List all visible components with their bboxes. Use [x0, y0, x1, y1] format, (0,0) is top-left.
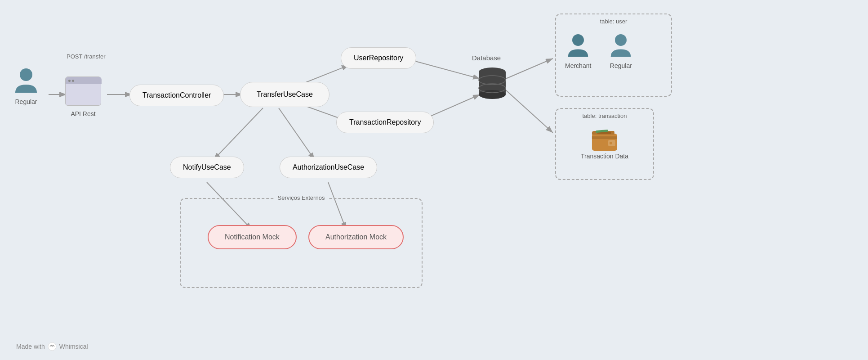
table-transaction-label: table: transaction	[582, 112, 627, 119]
merchant-label: Merchant	[565, 62, 591, 69]
user-repository-pill: UserRepository	[341, 47, 416, 69]
svg-line-9	[506, 90, 553, 133]
regular-user-node: Regular	[13, 67, 39, 105]
authorization-mock-pill: Authorization Mock	[308, 225, 404, 249]
database-node	[476, 67, 508, 104]
authorization-usecase-node: AuthorizationUseCase	[280, 157, 377, 178]
database-label: Database	[472, 54, 501, 62]
database-icon	[476, 67, 508, 103]
footer: Made with Whimsical	[16, 342, 88, 351]
regular2-label: Regular	[610, 62, 632, 69]
api-rest-label: API Rest	[71, 110, 95, 117]
transaction-controller-pill: TransactionController	[129, 85, 224, 106]
diagram-container: POST /transfer Regular API Rest Tra	[0, 0, 868, 360]
svg-line-6	[414, 61, 480, 79]
arrows-svg	[0, 0, 868, 360]
svg-point-25	[610, 142, 612, 144]
regular2-icon	[609, 32, 632, 59]
merchant-icon	[566, 32, 590, 59]
svg-line-10	[214, 108, 263, 160]
transaction-controller-text: TransactionController	[142, 91, 211, 99]
notify-usecase-text: NotifyUseCase	[183, 163, 231, 171]
transaction-repository-pill: TransactionRepository	[336, 112, 434, 133]
authorization-usecase-pill: AuthorizationUseCase	[280, 157, 377, 178]
notification-mock-node: Notification Mock	[208, 225, 297, 249]
transaction-controller-node: TransactionController	[129, 85, 224, 106]
regular-user-label: Regular	[15, 98, 37, 105]
footer-made-with: Made with	[16, 343, 45, 350]
transfer-usecase-pill: TransferUseCase	[240, 82, 329, 107]
authorization-mock-text: Authorization Mock	[325, 233, 387, 241]
svg-rect-23	[592, 136, 617, 139]
footer-brand: Whimsical	[59, 343, 88, 350]
user-repository-node: UserRepository	[341, 47, 416, 69]
svg-point-20	[572, 34, 584, 46]
authorization-mock-node: Authorization Mock	[308, 225, 404, 249]
transaction-repository-text: TransactionRepository	[349, 118, 421, 126]
notification-mock-pill: Notification Mock	[208, 225, 297, 249]
transaction-data-label: Transaction Data	[581, 153, 628, 160]
whimsical-logo-icon	[48, 342, 57, 351]
post-transfer-label: POST /transfer	[67, 53, 105, 60]
svg-line-8	[506, 58, 553, 79]
notification-mock-text: Notification Mock	[225, 233, 280, 241]
person-icon-regular	[13, 67, 39, 95]
svg-point-21	[615, 34, 627, 46]
table-transaction-box: table: transaction Transaction Data	[555, 108, 654, 180]
transfer-usecase-node: TransferUseCase	[240, 82, 329, 107]
servicos-externos-label: Serviços Externos	[274, 194, 329, 201]
authorization-usecase-text: AuthorizationUseCase	[293, 163, 364, 171]
table-user-box: table: user Merchant Regular	[555, 14, 672, 97]
svg-point-14	[20, 68, 32, 81]
notify-usecase-pill: NotifyUseCase	[170, 157, 244, 178]
table-user-label: table: user	[600, 18, 628, 25]
svg-line-11	[279, 108, 315, 160]
transaction-repository-node: TransactionRepository	[336, 112, 434, 133]
notify-usecase-node: NotifyUseCase	[170, 157, 244, 178]
wallet-icon	[591, 129, 618, 153]
api-rest-node: API Rest	[65, 76, 101, 117]
user-repository-text: UserRepository	[354, 54, 403, 62]
transfer-usecase-text: TransferUseCase	[257, 90, 313, 98]
